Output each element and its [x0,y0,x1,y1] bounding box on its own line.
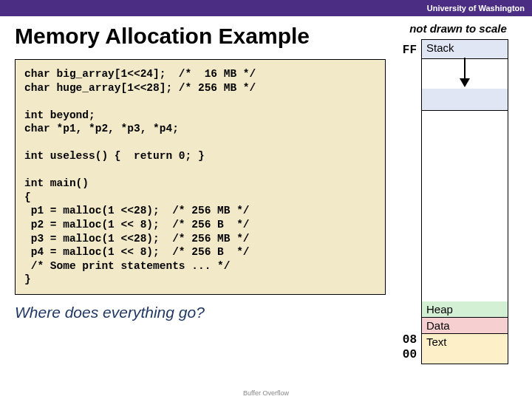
code-line: } [24,273,31,285]
segment-label: Heap [426,303,453,316]
scale-note: not drawn to scale [399,22,517,35]
slide-title: Memory Allocation Example [15,24,386,49]
addr-top: FF [403,44,417,57]
code-block: char big_array[1<<24]; /* 16 MB */ char … [15,59,386,295]
code-line: p1 = malloc(1 <<28); /* 256 MB */ [24,205,250,216]
segment-label: Text [426,335,447,348]
address-labels: FF 08 00 [399,39,421,364]
code-line: p4 = malloc(1 << 8); /* 256 B */ [24,246,250,258]
header-bar: University of Washington [0,0,532,16]
memory-diagram: FF 08 00 Stack Heap [399,39,517,364]
segment-label: Data [426,319,450,332]
memory-column: Stack Heap Data Text [421,39,508,364]
segment-label: Stack [426,41,454,54]
down-arrow-icon [457,58,473,87]
university-name: University of Washington [427,4,525,13]
segment-empty [422,111,508,301]
segment-heap: Heap [422,301,508,318]
code-line: char *p1, *p2, *p3, *p4; [24,123,179,134]
code-line: p3 = malloc(1 <<28); /* 256 MB */ [24,233,250,245]
svg-marker-1 [460,78,470,87]
code-line: char huge_array[1<<28]; /* 256 MB */ [24,82,256,94]
segment-text: Text [422,334,508,364]
code-line: { [24,191,31,203]
code-line: int useless() { return 0; } [24,150,205,162]
code-line: /* Some print statements ... */ [24,260,230,272]
stack-grow-arrow [422,59,508,89]
code-line: int main() [24,177,89,189]
addr-mid: 08 [403,333,417,347]
question-text: Where does everything go? [15,304,386,321]
addr-bot: 00 [403,348,417,361]
footer-label: Buffer Overflow [0,389,532,397]
slide-content: Memory Allocation Example char big_array… [0,16,532,364]
right-column: not drawn to scale FF 08 00 Stack [399,21,517,364]
segment-gap [422,89,508,111]
code-line: int beyond; [24,109,95,121]
code-line: p2 = malloc(1 << 8); /* 256 B */ [24,219,250,231]
left-column: Memory Allocation Example char big_array… [15,21,386,364]
segment-data: Data [422,318,508,334]
segment-stack: Stack [422,40,508,59]
code-line: char big_array[1<<24]; /* 16 MB */ [24,68,256,80]
